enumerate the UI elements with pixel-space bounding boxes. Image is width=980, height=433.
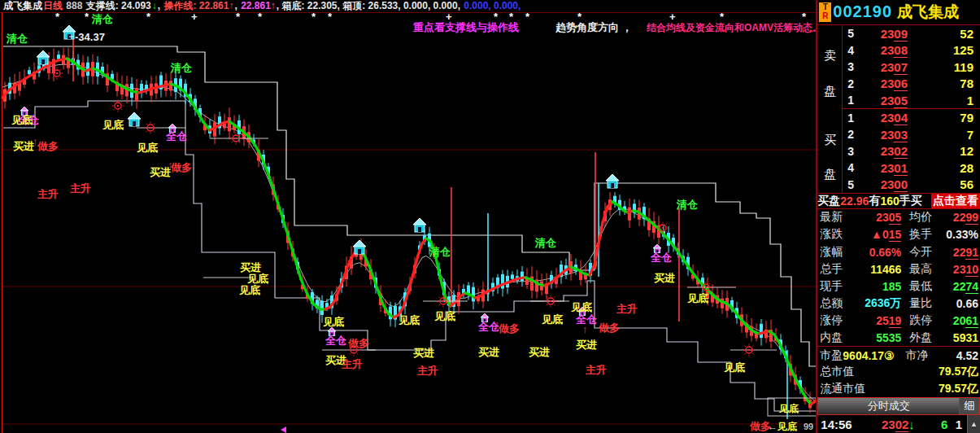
buy-pan-label: 盘 (824, 167, 836, 182)
svg-text:买进: 买进 (240, 261, 261, 273)
bid-row[interactable]: 4230128 (843, 160, 980, 177)
bid-row[interactable]: 3230212 (843, 142, 980, 160)
svg-text:←: ← (768, 421, 777, 432)
bid-row[interactable]: 1230479 (843, 109, 980, 126)
title-segment: , (158, 0, 163, 11)
title-segment: 日线 (43, 0, 63, 11)
tr-badge-icon[interactable]: TR (819, 2, 831, 22)
svg-text:见底: 见底 (686, 292, 708, 304)
svg-text:见底: 见底 (398, 314, 420, 326)
ask-row[interactable]: 123051 (843, 92, 980, 109)
title-segment: 成飞集成 (3, 0, 42, 11)
pb-value: 4.52 (956, 349, 980, 362)
svg-text:全仓: 全仓 (165, 130, 187, 142)
scroll-up-arrow[interactable]: ▲ (967, 415, 980, 433)
house-sell-icon (606, 174, 619, 188)
svg-text:趋势角度方向 ，: 趋势角度方向 ， (555, 21, 633, 33)
svg-text:见底: 见底 (11, 114, 33, 126)
svg-text:清仓: 清仓 (91, 13, 113, 25)
notice-volume: 160 (880, 195, 899, 208)
bid-row[interactable]: 5230056 (843, 176, 980, 193)
svg-text:主升: 主升 (70, 182, 91, 195)
buy-label: 买 (824, 133, 836, 148)
svg-text:做多: 做多 (170, 161, 192, 173)
svg-text:全仓: 全仓 (575, 313, 597, 326)
svg-text:-34.37: -34.37 (75, 31, 105, 43)
title-segment: 支撑线: 24.093 (86, 0, 151, 11)
svg-text:*: * (311, 12, 316, 23)
bid-row[interactable]: 223037 (843, 126, 980, 143)
svg-text:+: + (669, 12, 676, 23)
chart-column: 成飞集成日线 888 支撑线: 24.093↓, 操作线: 22.861↑, 2… (0, 0, 816, 433)
kline-chart[interactable]: ↑↑↑↑↑全仓全仓全仓全仓全仓全仓清仓清仓清仓清仓清仓清仓见底见底见底见底见底见… (0, 12, 817, 433)
house-sell-icon (37, 50, 50, 64)
svg-text:全仓: 全仓 (324, 335, 346, 347)
market-cap-row: 总市值 79.57亿 (817, 364, 980, 381)
ask-row[interactable]: 2230678 (843, 75, 980, 92)
svg-text:见底: 见底 (777, 421, 797, 432)
svg-text:全仓: 全仓 (477, 321, 499, 333)
pe-badge[interactable]: ③ (884, 349, 895, 362)
svg-text:*: * (236, 12, 241, 23)
svg-text:见底: 见底 (136, 142, 158, 154)
svg-text:见底: 见底 (723, 361, 745, 374)
title-segment: 操作线: 22.861↑ (163, 0, 233, 11)
svg-text:*: * (525, 12, 530, 23)
svg-text:清仓: 清仓 (534, 237, 556, 249)
svg-text:主升: 主升 (616, 303, 638, 315)
svg-text:买进: 买进 (576, 339, 597, 351)
svg-text:清仓: 清仓 (170, 62, 192, 74)
house-sell-icon (128, 112, 141, 126)
stat-row: 最新2305均价2299 (817, 209, 980, 226)
svg-text:清仓: 清仓 (6, 33, 28, 45)
svg-text:99: 99 (804, 422, 813, 431)
svg-text:做多: 做多 (498, 322, 520, 335)
house-sell-icon (353, 240, 366, 254)
stock-header: TR 002190 成飞集成 (817, 0, 980, 25)
svg-text:做多: 做多 (37, 140, 59, 152)
svg-text:买进: 买进 (478, 346, 499, 358)
svg-text:+: + (191, 12, 198, 23)
ask-row[interactable]: 42308125 (843, 42, 980, 59)
down-arrow-icon: ↓ (908, 418, 923, 431)
svg-text:*: * (258, 12, 263, 23)
svg-text:见底: 见底 (246, 273, 268, 285)
trade-price: 2302 (863, 418, 908, 431)
svg-text:全仓: 全仓 (650, 251, 672, 264)
svg-text:主升: 主升 (586, 364, 607, 376)
order-book-rows: 523095242308125323071192230678123051 123… (843, 25, 980, 193)
order-book: 卖 盘 买 盘 52309524230812532307119223067812… (817, 25, 980, 193)
quote-stats: 最新2305均价2299涨跌▲015换手0.33%涨幅0.66%今开2291总手… (817, 209, 980, 347)
svg-text:做多: 做多 (598, 321, 620, 334)
kline-chart-canvas[interactable]: ↑↑↑↑↑全仓全仓全仓全仓全仓全仓清仓清仓清仓清仓清仓清仓见底见底见底见底见底见… (0, 12, 817, 433)
title-segment: , 箱底: 22.305, 箱顶: 26.533, 0.000, 0.000, (277, 0, 463, 11)
stock-code[interactable]: 002190 (833, 2, 892, 21)
svg-text:做多: 做多 (347, 337, 369, 349)
ask-row[interactable]: 32307119 (843, 59, 980, 76)
svg-text:主升: 主升 (342, 358, 363, 370)
float-cap-value: 79.57亿 (939, 382, 980, 396)
ask-row[interactable]: 5230952 (843, 25, 980, 42)
title-segment: 22.861↑ (241, 0, 276, 11)
stock-name[interactable]: 成飞集成 (897, 2, 959, 23)
svg-text:*: * (328, 12, 333, 23)
detail-button[interactable]: 细 (959, 398, 979, 414)
click-to-view-button[interactable]: 点击查看 (931, 194, 980, 208)
last-trade-row[interactable]: 14:56 2302 ↓ 6 1 ▲ (817, 415, 980, 433)
svg-text:见底: 见底 (778, 403, 799, 414)
stat-row: 涨幅0.66%今开2291 (817, 243, 980, 260)
svg-text:买进: 买进 (13, 140, 34, 152)
tab-tick-trades[interactable]: 分时成交 (818, 398, 959, 414)
svg-text:见底: 见底 (322, 316, 344, 328)
title-segment: 0.000, 0.000, (464, 0, 520, 11)
stat-row: 涨停2519跌停2061 (817, 312, 980, 329)
notice-prefix: 买盘 (817, 194, 840, 208)
valuation-rows: 市盈 9604.17 ③ 市净 4.52 总市值 79.57亿 流通市值 79.… (817, 346, 980, 397)
market-cap-label: 总市值 (817, 365, 854, 379)
house-sell-icon (413, 218, 426, 232)
tick-tab-bar: 分时成交 细 (817, 397, 980, 415)
svg-text:买进: 买进 (654, 272, 675, 284)
sell-label: 卖 (824, 48, 836, 63)
svg-text:清仓: 清仓 (676, 199, 698, 211)
target-icon (112, 100, 124, 112)
